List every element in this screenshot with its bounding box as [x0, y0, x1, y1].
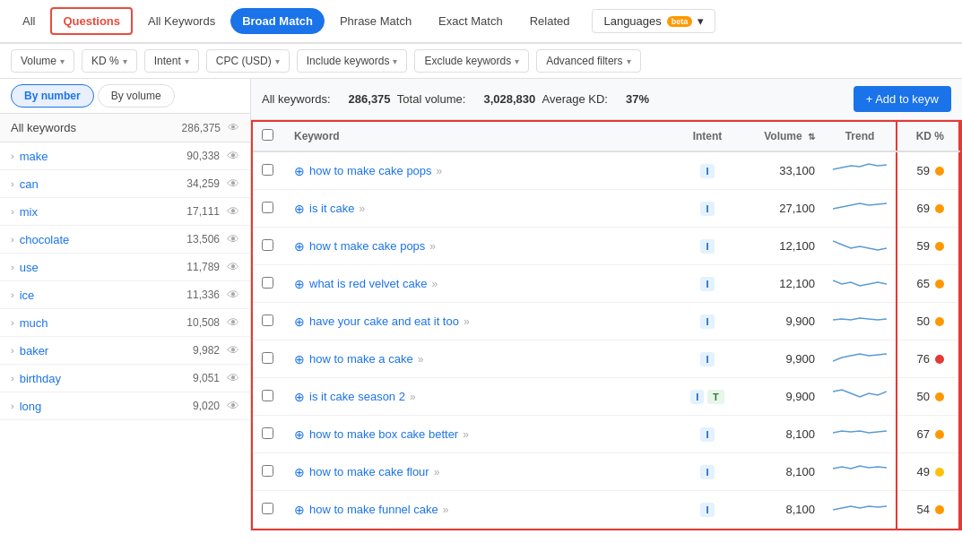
- table-row: ⊕ have your cake and eat it too » I 9,90…: [253, 303, 959, 340]
- row-checkbox[interactable]: [262, 239, 273, 251]
- row-checkbox[interactable]: [262, 465, 273, 477]
- row-checkbox[interactable]: [262, 314, 273, 326]
- keyword-link[interactable]: ⊕ what is red velvet cake »: [294, 277, 663, 291]
- tab-broad-match[interactable]: Broad Match: [230, 8, 325, 34]
- include-keywords-filter[interactable]: Include keywords ▾: [297, 49, 408, 73]
- eye-icon: 👁: [227, 204, 239, 219]
- sidebar-item[interactable]: › make 90,338 👁: [0, 142, 250, 170]
- table-row: ⊕ how to make funnel cake » I 8,100 54: [253, 491, 959, 529]
- cpc-filter[interactable]: CPC (USD) ▾: [206, 49, 290, 73]
- kd-dot: [935, 355, 944, 364]
- by-volume-toggle[interactable]: By volume: [98, 84, 175, 108]
- main-table-area: All keywords: 286,375 Total volume: 3,02…: [251, 79, 962, 531]
- all-kw-prefix: All keywords:: [262, 92, 331, 106]
- sidebar-item[interactable]: › ice 11,336 👁: [0, 281, 250, 309]
- tab-phrase-match[interactable]: Phrase Match: [328, 8, 423, 34]
- chevron-down-icon: ▾: [60, 56, 65, 66]
- expand-icon: »: [429, 240, 436, 253]
- sidebar-item[interactable]: › much 10,508 👁: [0, 309, 250, 337]
- sidebar-item[interactable]: › can 34,259 👁: [0, 170, 250, 198]
- keyword-cell: ⊕ have your cake and eat it too »: [285, 303, 672, 340]
- add-to-keywords-button[interactable]: + Add to keyw: [854, 86, 951, 112]
- trend-cell: [824, 265, 897, 303]
- chevron-right-icon: ›: [11, 262, 14, 272]
- sidebar-item[interactable]: › mix 17,111 👁: [0, 198, 250, 226]
- sidebar-item-label: make: [20, 150, 187, 163]
- sparkline-chart: [833, 271, 887, 293]
- eye-icon: 👁: [227, 149, 239, 163]
- eye-icon: 👁: [227, 315, 239, 330]
- keyword-cell: ⊕ what is red velvet cake »: [285, 265, 672, 303]
- keyword-text: how to make cake flour: [309, 465, 429, 478]
- row-checkbox[interactable]: [262, 277, 273, 289]
- keyword-link[interactable]: ⊕ is it cake season 2 »: [294, 390, 663, 404]
- keyword-cell: ⊕ how to make box cake better »: [285, 416, 672, 453]
- keyword-link[interactable]: ⊕ how t make cake pops »: [294, 239, 663, 254]
- keyword-link[interactable]: ⊕ how to make cake pops »: [294, 164, 663, 178]
- sidebar-item[interactable]: › chocolate 13,506 👁: [0, 226, 250, 254]
- kd-cell: 69: [897, 190, 959, 228]
- keyword-link[interactable]: ⊕ have your cake and eat it too »: [294, 314, 663, 329]
- kd-value: 49: [917, 465, 930, 478]
- row-checkbox[interactable]: [262, 427, 273, 439]
- chevron-down-icon: ▾: [698, 14, 704, 28]
- eye-icon: 👁: [227, 232, 239, 246]
- exclude-keywords-filter[interactable]: Exclude keywords ▾: [414, 49, 529, 73]
- plus-circle-icon: ⊕: [294, 239, 305, 254]
- keyword-link[interactable]: ⊕ how to make cake flour »: [294, 465, 663, 479]
- keyword-link[interactable]: ⊕ how to make funnel cake »: [294, 503, 663, 517]
- advanced-filters[interactable]: Advanced filters ▾: [536, 49, 640, 73]
- sidebar-item[interactable]: › long 9,020 👁: [0, 392, 250, 420]
- kd-filter[interactable]: KD % ▾: [82, 49, 137, 73]
- sidebar-item-count: 9,982: [193, 344, 220, 357]
- sidebar-item[interactable]: › birthday 9,051 👁: [0, 365, 250, 392]
- row-checkbox[interactable]: [262, 352, 273, 364]
- expand-icon: »: [443, 504, 449, 516]
- sidebar-item-label: birthday: [20, 372, 193, 385]
- tab-all-keywords[interactable]: All Keywords: [136, 8, 227, 34]
- kd-cell: 59: [897, 151, 959, 190]
- keyword-link[interactable]: ⊕ how to make a cake »: [294, 352, 663, 366]
- intent-cell: I: [672, 416, 743, 453]
- th-checkbox: [253, 122, 285, 151]
- row-checkbox[interactable]: [262, 164, 273, 176]
- table-row: ⊕ how to make a cake » I 9,900 76: [253, 340, 959, 378]
- volume-cell: 9,900: [743, 303, 824, 340]
- sidebar-all-keywords-row[interactable]: All keywords 286,375 👁: [0, 114, 250, 142]
- by-number-toggle[interactable]: By number: [11, 84, 94, 108]
- intent-badge-i: I: [700, 427, 714, 442]
- keyword-link[interactable]: ⊕ is it cake »: [294, 202, 663, 216]
- sidebar-item[interactable]: › baker 9,982 👁: [0, 337, 250, 365]
- row-checkbox[interactable]: [262, 202, 273, 213]
- intent-cell: I: [672, 491, 743, 529]
- th-volume[interactable]: Volume ⇅: [743, 122, 824, 151]
- tab-exact-match[interactable]: Exact Match: [427, 8, 515, 34]
- volume-cell: 12,100: [743, 265, 824, 303]
- tab-related[interactable]: Related: [518, 8, 582, 34]
- filter-bar: Volume ▾ KD % ▾ Intent ▾ CPC (USD) ▾ Inc…: [0, 44, 962, 79]
- sidebar: By number By volume All keywords 286,375…: [0, 79, 251, 531]
- languages-button[interactable]: Languages beta ▾: [592, 9, 715, 33]
- row-checkbox-cell: [253, 491, 285, 529]
- intent-badge-i: I: [700, 503, 714, 517]
- row-checkbox-cell: [253, 190, 285, 228]
- row-checkbox[interactable]: [262, 390, 273, 401]
- tab-questions[interactable]: Questions: [50, 7, 133, 35]
- intent-badge-t: T: [707, 390, 724, 404]
- stats-bar: All keywords: 286,375 Total volume: 3,02…: [251, 79, 962, 120]
- expand-icon: »: [463, 428, 469, 441]
- intent-cell: I: [672, 190, 743, 228]
- trend-cell: [824, 340, 897, 378]
- keyword-link[interactable]: ⊕ how to make box cake better »: [294, 427, 663, 442]
- sidebar-item-count: 90,338: [186, 150, 220, 162]
- tab-all[interactable]: All: [11, 8, 47, 34]
- th-keyword: Keyword: [285, 122, 672, 151]
- sidebar-item[interactable]: › use 11,789 👁: [0, 254, 250, 281]
- kd-dot: [935, 468, 944, 477]
- volume-filter[interactable]: Volume ▾: [11, 49, 74, 73]
- intent-filter[interactable]: Intent ▾: [144, 49, 199, 73]
- row-checkbox-cell: [253, 265, 285, 303]
- intent-cell: I: [672, 151, 743, 190]
- row-checkbox[interactable]: [262, 503, 273, 514]
- select-all-checkbox[interactable]: [262, 129, 273, 141]
